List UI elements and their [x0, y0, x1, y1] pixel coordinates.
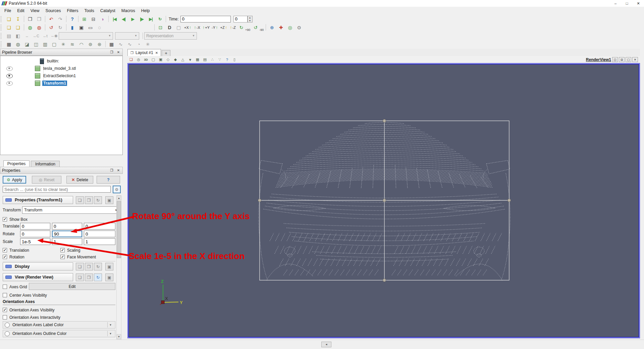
copy-view-button[interactable]: ❏: [76, 273, 84, 281]
menu-edit[interactable]: Edit: [14, 7, 28, 14]
component-combo[interactable]: ▼: [115, 32, 139, 40]
set-view-plus-y-button[interactable]: ↑+Y: [201, 23, 211, 31]
glyph-button[interactable]: ✳: [59, 40, 68, 48]
tab-information[interactable]: Information: [31, 161, 60, 167]
face-movement-checkbox[interactable]: ✓ Face Movement: [60, 254, 96, 260]
frame-spinbox[interactable]: [233, 16, 248, 22]
orientation-axes-visibility-checkbox[interactable]: ✓ Orientation Axes Visibility: [3, 307, 55, 313]
load-state-button[interactable]: ❏: [4, 23, 13, 32]
select-cells-through-button[interactable]: ◆: [172, 57, 179, 63]
rescale-to-data-button[interactable]: ↔: [22, 32, 32, 40]
chevron-down-icon[interactable]: ▼: [107, 331, 113, 336]
menu-macros[interactable]: Macros: [118, 7, 138, 14]
auto-apply-button[interactable]: ⊞: [80, 15, 89, 23]
rotate-y-field[interactable]: [52, 231, 82, 237]
save-data-button[interactable]: ↧: [13, 15, 22, 23]
menu-file[interactable]: File: [1, 7, 14, 14]
set-view-minus-y-button[interactable]: -Y↑: [211, 23, 219, 31]
fast-preview-button[interactable]: ▮: [68, 23, 77, 32]
scrollbar-thumb[interactable]: [117, 201, 121, 258]
plot-over-line-button[interactable]: ∿: [125, 40, 134, 48]
visibility-eye-icon[interactable]: [6, 74, 13, 78]
scroll-up-icon[interactable]: ▲: [117, 196, 121, 200]
translate-x-field[interactable]: [20, 223, 50, 230]
group-datasets-button[interactable]: ⊚: [86, 40, 95, 48]
reset-session-button[interactable]: ↺: [47, 23, 56, 32]
set-view-plus-z-button[interactable]: +Z↑: [219, 23, 229, 31]
scroll-down-icon[interactable]: ▼: [117, 334, 121, 339]
scale-z-field[interactable]: [84, 238, 115, 245]
stream-tracer-button[interactable]: ≋: [68, 40, 77, 48]
menu-filters[interactable]: Filters: [64, 7, 81, 14]
rotation-checkbox[interactable]: ✓ Rotation: [3, 254, 24, 260]
zoom-to-data-button[interactable]: D: [165, 23, 174, 32]
pipeline-item-builtin[interactable]: builtin:: [0, 57, 122, 65]
rotate-90-cw-button[interactable]: ↻: [237, 23, 246, 32]
interaction-widget-button[interactable]: ✳: [143, 40, 152, 48]
reset-button[interactable]: ◎ Reset: [32, 176, 61, 184]
paste-display-button[interactable]: ❐: [85, 263, 93, 270]
interaction-mode-3d-button[interactable]: 3D: [143, 57, 149, 63]
reset-camera-button[interactable]: ⊡: [156, 23, 165, 32]
restore-button[interactable]: ↻: [56, 23, 65, 32]
center-axes-visibility-checkbox[interactable]: Center Axes Visibility: [3, 292, 47, 298]
scaling-checkbox[interactable]: ✓ Scaling: [60, 247, 80, 253]
selection-help-button[interactable]: ?: [224, 57, 230, 63]
section-view-render-view[interactable]: View (Render View): [3, 273, 73, 281]
layout-tab-close-icon[interactable]: ✕: [155, 51, 158, 55]
close-view-icon[interactable]: ✕: [632, 57, 638, 62]
disconnect-button[interactable]: ❒: [35, 15, 44, 23]
slice-button[interactable]: ◫: [32, 40, 41, 48]
interactive-select-points-button[interactable]: ▤: [202, 57, 208, 63]
interact-mode-button[interactable]: ◌: [95, 23, 104, 32]
delete-button[interactable]: ✕ Delete: [66, 176, 93, 184]
split-horizontal-icon[interactable]: ◫: [612, 57, 618, 62]
clear-selection-button[interactable]: ▯: [231, 57, 238, 63]
reset-display-button[interactable]: ↻: [94, 263, 102, 270]
interactive-select-cells-button[interactable]: ▦: [194, 57, 201, 63]
orientation-axes-interactivity-checkbox[interactable]: Orientation Axes Interactivity: [3, 314, 60, 320]
visibility-eye-icon[interactable]: [6, 66, 13, 71]
render-view[interactable]: ZXY: [127, 63, 640, 338]
zoom-to-box-small-button[interactable]: ▢: [150, 57, 157, 63]
rotate-x-field[interactable]: [20, 231, 50, 237]
adjust-camera-button[interactable]: ◎: [135, 57, 142, 63]
auto-accept-button[interactable]: ▣: [77, 23, 86, 32]
calculator-button[interactable]: ▦: [4, 40, 13, 48]
warp-button[interactable]: ◠: [77, 40, 86, 48]
paste-view-button[interactable]: ❐: [85, 273, 93, 281]
rotate-90-ccw-button[interactable]: ↺: [251, 23, 260, 32]
vcr-play-button[interactable]: ▶: [128, 15, 137, 23]
vcr-previous-frame-button[interactable]: ◀|: [119, 15, 128, 23]
copy-display-button[interactable]: ❏: [76, 263, 84, 270]
select-cells-on-button[interactable]: ▣: [157, 57, 164, 63]
translate-y-field[interactable]: [52, 223, 82, 230]
axes-grid-edit-button[interactable]: Edit: [29, 283, 115, 290]
section-properties-transform[interactable]: Properties (Transform1): [3, 196, 73, 204]
rescale-to-temporal-button[interactable]: ↔t: [41, 32, 50, 40]
hide-center-button[interactable]: ⊙: [294, 23, 304, 32]
pipeline-item-transform[interactable]: Transform1: [0, 80, 122, 87]
vcr-last-frame-button[interactable]: ▶|: [146, 15, 155, 23]
paste-properties-button[interactable]: ❐: [85, 196, 93, 204]
set-view-minus-z-button[interactable]: ↑-Z: [228, 23, 237, 31]
menu-sources[interactable]: Sources: [43, 7, 64, 14]
save-state-button[interactable]: ❏: [13, 23, 22, 32]
translation-checkbox[interactable]: ✓ Translation: [3, 247, 29, 253]
render-view-name[interactable]: RenderView1: [586, 57, 611, 62]
dock-float-icon[interactable]: ❐: [109, 50, 114, 54]
maximize-view-icon[interactable]: ▢: [626, 57, 631, 62]
search-options-button[interactable]: ⚙: [113, 186, 121, 193]
orientation-axes-outline-color-row[interactable]: Orientation Axes Outline Color ▼: [3, 330, 115, 337]
representation-combo[interactable]: Representation ▼: [144, 32, 197, 40]
show-center-button[interactable]: ⊕: [267, 23, 276, 32]
select-block-button[interactable]: ▼: [187, 57, 194, 63]
vcr-loop-button[interactable]: ↻: [155, 15, 164, 23]
open-file-button[interactable]: ❏: [4, 15, 13, 23]
translate-z-field[interactable]: [84, 223, 115, 230]
tab-properties[interactable]: Properties: [3, 160, 30, 167]
transform-type-combo[interactable]: Transform ▼: [22, 206, 119, 214]
reset-view-button[interactable]: ↻: [94, 273, 102, 281]
save-display-button[interactable]: ▣: [105, 263, 113, 270]
help-question-button[interactable]: ?: [97, 176, 120, 184]
